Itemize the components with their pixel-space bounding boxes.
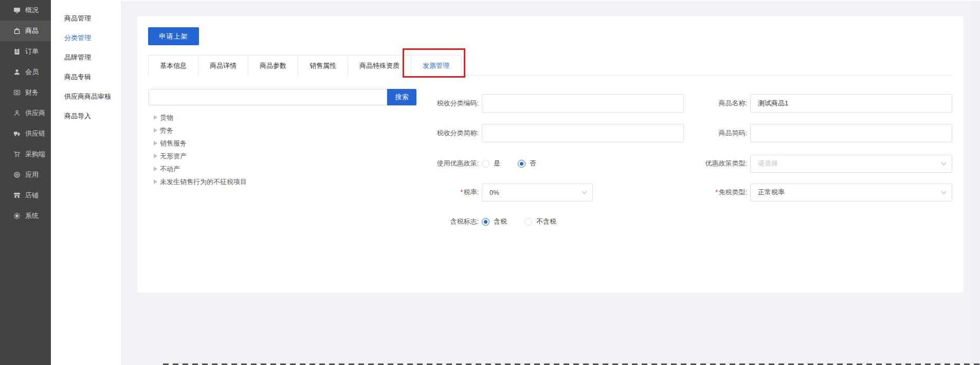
tax-category-tree: 货物 劳务 销售服务 <box>152 111 247 188</box>
chevron-down-icon <box>941 162 947 166</box>
policy-type-placeholder: 请选择 <box>758 159 778 168</box>
tree-node-label: 劳务 <box>160 126 173 135</box>
tree-node[interactable]: 劳务 <box>152 124 247 137</box>
tax-short-name-input[interactable] <box>482 124 684 142</box>
tab[interactable]: 发票管理 <box>411 56 461 76</box>
clipboard-icon <box>13 48 21 55</box>
form-row-tax-rate: *税率: 0% <box>391 183 593 202</box>
chevron-down-icon <box>941 191 947 194</box>
finance-icon <box>13 89 21 96</box>
tree-node[interactable]: 不动产 <box>152 162 247 175</box>
sidebar-item[interactable]: 商品 <box>0 21 51 41</box>
tab-label: 商品详情 <box>210 62 237 69</box>
content-card: 申请上架 基本信息 商品详情 商品参数 <box>137 16 963 293</box>
sidebar-item[interactable]: 应用 <box>0 165 51 185</box>
use-policy-option-yes[interactable]: 是 <box>482 159 500 168</box>
form-row-tax-included: 含税标志: 含税 不含税 <box>391 212 556 231</box>
product-code-label: 商品简码: <box>660 129 747 138</box>
submenu-item[interactable]: 分类管理 <box>51 28 121 48</box>
sidebar-item[interactable]: 概况 <box>0 0 51 21</box>
tree-node-label: 无形资产 <box>160 152 187 161</box>
bag-icon <box>13 27 21 34</box>
secondary-menu: 商品管理 分类管理 品牌管理 商品专辑 供应商商品审核 商品导入 <box>51 0 122 365</box>
form-row-tax-short-name: 税收分类简称: <box>391 124 684 142</box>
use-policy-label: 使用优惠政策: <box>391 159 479 168</box>
sidebar-item-label: 采购端 <box>25 150 45 159</box>
product-name-input[interactable] <box>750 94 952 113</box>
submenu-item[interactable]: 品牌管理 <box>51 48 121 67</box>
tax-code-label: 税收分类编码: <box>391 99 479 108</box>
tree-node[interactable]: 销售服务 <box>152 137 247 150</box>
use-policy-option-no[interactable]: 否 <box>518 159 536 168</box>
tax-rate-value: 0% <box>489 189 499 196</box>
tree-expand-icon[interactable] <box>152 153 159 160</box>
tab[interactable]: 商品特殊资质 <box>348 56 411 76</box>
shop-icon <box>13 192 21 199</box>
radio-checked-icon <box>518 160 525 168</box>
form-row-tax-code: 税收分类编码: <box>391 94 684 113</box>
form-row-free-tax-type: *免税类型: 正常税率 <box>660 183 952 202</box>
tax-rate-select[interactable]: 0% <box>482 184 593 202</box>
sidebar-item[interactable]: 店铺 <box>0 185 51 206</box>
submenu-item[interactable]: 商品管理 <box>51 9 121 28</box>
tab[interactable]: 销售属性 <box>298 56 348 76</box>
product-code-input[interactable] <box>750 124 952 142</box>
submenu-item[interactable]: 供应商商品审核 <box>51 87 121 106</box>
tab-label: 商品特殊资质 <box>359 62 400 69</box>
sidebar-item-label: 商品 <box>25 26 39 35</box>
tab-label: 基本信息 <box>160 62 187 69</box>
required-mark: * <box>460 188 463 196</box>
tree-expand-icon[interactable] <box>152 166 159 173</box>
required-mark: * <box>715 188 718 196</box>
member-icon <box>13 68 21 76</box>
policy-type-select[interactable]: 请选择 <box>750 155 952 173</box>
submenu-item-label: 商品专辑 <box>64 73 91 81</box>
tax-code-input[interactable] <box>482 94 684 113</box>
sidebar-item[interactable]: 财务 <box>0 82 51 103</box>
sidebar-item[interactable]: 订单 <box>0 41 51 62</box>
tab[interactable]: 商品详情 <box>198 56 248 76</box>
sidebar-item-label: 系统 <box>25 211 39 221</box>
tax-rate-label: *税率: <box>391 188 479 197</box>
free-tax-type-label: *免税类型: <box>660 188 747 197</box>
tab-label: 商品参数 <box>260 62 286 69</box>
sidebar-item[interactable]: 供应商 <box>0 103 51 123</box>
tree-node[interactable]: 未发生销售行为的不征税项目 <box>152 175 247 188</box>
submenu-item[interactable]: 商品专辑 <box>51 67 121 87</box>
tax-category-search-input[interactable] <box>149 89 387 105</box>
tax-included-option-excluded[interactable]: 不含税 <box>524 217 556 226</box>
sidebar-item[interactable]: 会员 <box>0 62 51 82</box>
sidebar-item[interactable]: 供应链 <box>0 123 51 144</box>
tab[interactable]: 基本信息 <box>149 56 198 76</box>
submenu-item-label: 分类管理 <box>64 34 91 42</box>
form-row-product-code: 商品简码: <box>660 124 952 142</box>
sidebar-item[interactable]: 系统 <box>0 206 51 226</box>
sidebar-item-label: 应用 <box>25 170 39 179</box>
sidebar-item-label: 店铺 <box>25 191 39 200</box>
tax-included-option-included[interactable]: 含税 <box>482 217 507 226</box>
submenu-item[interactable]: 商品导入 <box>51 106 121 126</box>
tree-expand-icon[interactable] <box>152 178 159 186</box>
tax-included-label: 含税标志: <box>391 217 479 226</box>
tab[interactable]: 商品参数 <box>248 56 298 76</box>
free-tax-type-select[interactable]: 正常税率 <box>750 184 952 202</box>
radio-checked-icon <box>482 218 489 226</box>
form-row-use-policy: 使用优惠政策: 是 否 <box>391 154 536 173</box>
apply-listing-button[interactable]: 申请上架 <box>148 27 199 45</box>
tab-group: 基本信息 商品详情 商品参数 销售属性 <box>148 55 461 76</box>
vertical-scrollbar[interactable] <box>972 1 980 365</box>
tax-short-name-label: 税收分类简称: <box>391 129 479 138</box>
tree-expand-icon[interactable] <box>152 127 159 134</box>
tree-node[interactable]: 货物 <box>152 111 247 124</box>
tree-node[interactable]: 无形资产 <box>152 150 247 162</box>
sidebar-item[interactable]: 采购端 <box>0 144 51 165</box>
tree-expand-icon[interactable] <box>152 140 159 147</box>
tree-node-label: 未发生销售行为的不征税项目 <box>160 177 247 187</box>
sidebar-item-label: 会员 <box>25 67 39 77</box>
apps-icon <box>13 171 21 178</box>
submenu-item-label: 商品导入 <box>64 112 91 120</box>
tab-label: 发票管理 <box>423 62 449 69</box>
submenu-item-label: 供应商商品审核 <box>64 93 111 100</box>
tree-expand-icon[interactable] <box>152 114 159 121</box>
policy-type-label: 优惠政策类型: <box>660 159 747 168</box>
